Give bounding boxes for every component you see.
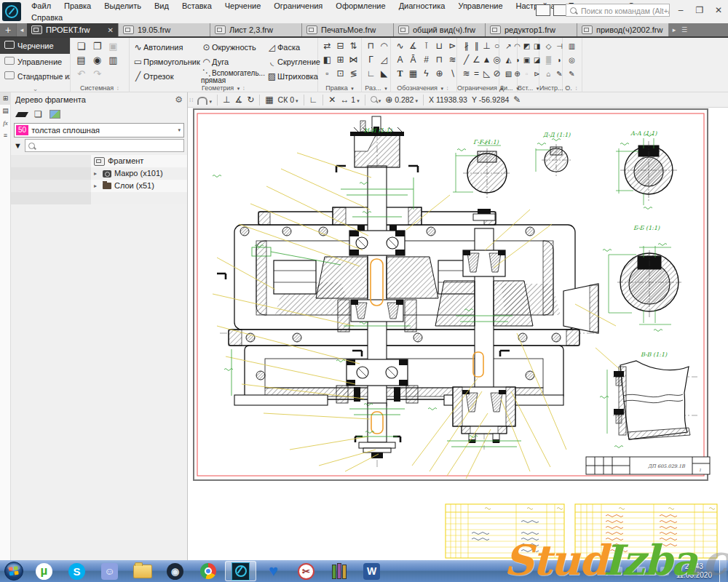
- taskbar-steam[interactable]: ◉: [159, 561, 191, 581]
- tray-hidden-icons[interactable]: [614, 567, 622, 575]
- kompas-app-icon[interactable]: [2, 2, 21, 21]
- menu-constraints[interactable]: Ограничения: [267, 0, 329, 12]
- tab-privod2002[interactable]: привод(ч)2002.frw: [577, 23, 669, 36]
- tree-item-fragment[interactable]: Фрагмент: [11, 155, 187, 167]
- menu-edit[interactable]: Правка: [58, 0, 98, 12]
- menu-layout[interactable]: Оформление: [329, 0, 392, 12]
- rotate-icon[interactable]: ↻: [245, 95, 256, 105]
- annotation-tool-icon[interactable]: #: [419, 53, 433, 67]
- tray-antivirus-icon[interactable]: ✓: [625, 567, 634, 575]
- preview-icon[interactable]: ◉: [90, 53, 104, 67]
- table-tool-icon[interactable]: ▦: [406, 67, 420, 81]
- expand-arrow-icon[interactable]: ▸: [94, 180, 100, 192]
- annotation-tool-icon[interactable]: ⊔: [432, 39, 446, 53]
- show-desktop-button[interactable]: [719, 560, 727, 582]
- mode-drawing[interactable]: Черчение: [0, 38, 70, 54]
- gear-icon[interactable]: ⚙: [175, 92, 183, 107]
- tabs-list-icon[interactable]: ☰: [679, 23, 689, 36]
- raz-tool-icon[interactable]: Γ: [364, 53, 378, 67]
- tab-pechatmoe[interactable]: ПечатьМое.frw: [302, 23, 394, 36]
- edit-tool-icon[interactable]: ≶: [347, 67, 360, 81]
- open-document-icon[interactable]: ❐: [90, 39, 104, 53]
- tool-segment[interactable]: ╱Отрезок: [132, 68, 173, 84]
- new-tab-button[interactable]: +: [0, 23, 17, 36]
- raz-tool-icon[interactable]: ⊓: [364, 39, 378, 53]
- tab-close-icon[interactable]: ✕: [108, 26, 114, 34]
- layer-icon[interactable]: [15, 112, 28, 117]
- command-search-input[interactable]: Поиск по командам (Alt+/): [566, 4, 670, 17]
- tray-language-icon[interactable]: [660, 567, 669, 575]
- zoom-area-button[interactable]: ▾: [368, 95, 384, 104]
- tool-fillet[interactable]: ◟Скругление: [266, 54, 320, 70]
- parameters-panel-icon[interactable]: ▤: [0, 105, 11, 117]
- edit-tool-icon[interactable]: ⋈: [347, 53, 360, 67]
- window-layout-icon[interactable]: [536, 4, 550, 16]
- taskbar-skype[interactable]: S: [61, 561, 92, 581]
- taskbar-chrome[interactable]: [192, 561, 223, 581]
- step-select[interactable]: ↔ 1▾: [338, 95, 361, 105]
- undo-icon[interactable]: ↶: [74, 67, 88, 81]
- coordinate-system-select[interactable]: СК 0▾: [276, 95, 301, 104]
- tray-network-icon[interactable]: [649, 567, 657, 575]
- raz-tool-icon[interactable]: ◣: [377, 67, 391, 81]
- annotation-tool-icon[interactable]: ⊺: [419, 39, 433, 53]
- taskbar-snipping[interactable]: ✂: [290, 561, 322, 581]
- tabs-scroll-right-icon[interactable]: ▸: [669, 23, 679, 36]
- tool-rectangle[interactable]: ▭Прямоугольник: [132, 54, 200, 70]
- redo-icon[interactable]: ↷: [90, 67, 104, 81]
- angle-snap-icon[interactable]: ∡: [232, 95, 245, 105]
- tree-item-layers[interactable]: ▸Слои (x51): [11, 180, 187, 192]
- raz-tool-icon[interactable]: ◠: [377, 39, 391, 53]
- expand-arrow-icon[interactable]: ▸: [94, 167, 100, 180]
- tab-obshchiy-vid[interactable]: общий вид(ч).frw: [394, 23, 486, 36]
- tool-construction-line[interactable]: ⋱Вспомогатель... прямая: [201, 68, 265, 85]
- cursor-y-field[interactable]: Y -56.9284: [470, 95, 511, 104]
- filter-icon[interactable]: ▼: [14, 141, 22, 150]
- taskbar-explorer[interactable]: [127, 561, 158, 581]
- edit-tool-icon[interactable]: ⇄: [320, 39, 334, 53]
- ortho-icon[interactable]: ∟: [307, 95, 320, 105]
- cursor-x-field[interactable]: X 11938.93: [427, 95, 470, 104]
- o-tool-icon[interactable]: ◎: [565, 53, 579, 67]
- save-icon[interactable]: ▣: [106, 39, 120, 53]
- annotation-tool-icon[interactable]: ϟ: [419, 67, 433, 81]
- line-style-select[interactable]: 50 толстая сплошная ▾: [14, 123, 184, 137]
- text-tool-icon[interactable]: T: [393, 67, 407, 81]
- menu-select[interactable]: Выделить: [98, 0, 148, 12]
- tab-1905[interactable]: 19.05.frw: [119, 23, 210, 36]
- tree-search-input[interactable]: [25, 139, 184, 152]
- fx-panel-icon[interactable]: fx: [0, 117, 11, 129]
- edit-tool-icon[interactable]: ⊟: [333, 39, 347, 53]
- taskbar-clock[interactable]: 21:43 11.03.2020: [672, 562, 716, 580]
- edit-tool-icon[interactable]: ⇅: [347, 39, 360, 53]
- menu-help[interactable]: Справка: [25, 12, 69, 23]
- new-document-icon[interactable]: ❏: [74, 39, 88, 53]
- taskbar-health[interactable]: ♥: [258, 561, 289, 581]
- tree-panel-icon[interactable]: ⊞: [0, 92, 11, 105]
- menu-drawing[interactable]: Черчение: [218, 0, 268, 12]
- taskbar-utorrent[interactable]: µ: [28, 561, 60, 581]
- restore-button[interactable]: ❐: [690, 1, 709, 19]
- menu-management[interactable]: Управление: [451, 0, 509, 12]
- tool-autoline[interactable]: ∿Автолиния: [132, 39, 183, 55]
- taskbar-discord[interactable]: ☺: [94, 561, 125, 581]
- edit-tool-icon[interactable]: ▫: [320, 67, 334, 81]
- tree-item-macro[interactable]: ▸Макро (x101): [11, 167, 187, 180]
- raz-tool-icon[interactable]: ◿: [377, 53, 391, 67]
- layers-stack-icon[interactable]: ❏: [34, 109, 42, 119]
- snaps-button[interactable]: ▾: [195, 95, 214, 105]
- annotation-tool-icon[interactable]: ∡: [406, 39, 420, 53]
- annotation-tool-icon[interactable]: Ā: [406, 53, 420, 67]
- menu-diagnostics[interactable]: Диагностика: [392, 0, 452, 12]
- taskbar-word[interactable]: W: [356, 561, 387, 581]
- tool-circle[interactable]: ⊙Окружность: [201, 39, 256, 55]
- close-button[interactable]: ✕: [709, 1, 728, 19]
- taskbar-kompas-active[interactable]: [225, 561, 256, 581]
- mode-management[interactable]: Управление: [0, 54, 70, 70]
- annotation-tool-icon[interactable]: ∿: [393, 39, 407, 53]
- annotation-tool-icon[interactable]: ⊓: [432, 53, 446, 67]
- minimize-button[interactable]: –: [671, 1, 690, 19]
- edit-tool-icon[interactable]: ⊡: [333, 67, 347, 81]
- edit-tool-icon[interactable]: ⊞: [333, 53, 347, 67]
- tab-list23[interactable]: Лист 2,3.frw: [210, 23, 302, 36]
